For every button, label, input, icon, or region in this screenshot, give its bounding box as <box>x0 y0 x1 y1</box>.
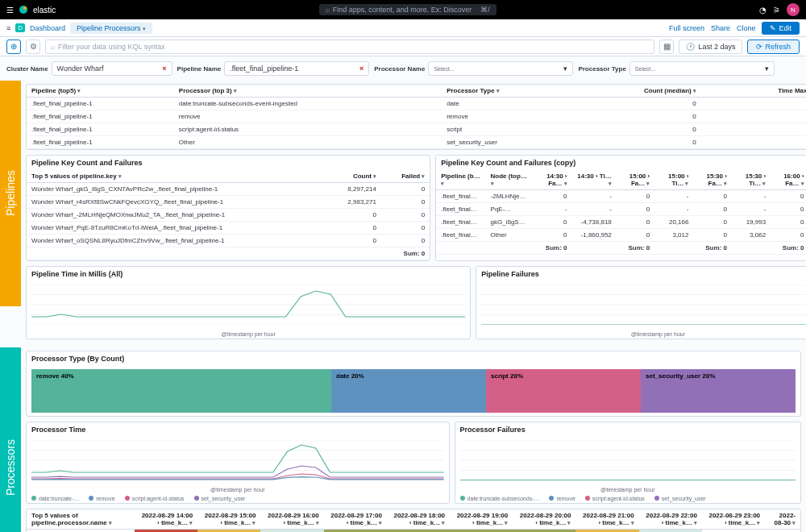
panel-processor-failures: Processor Failures @timestamp per hour d… <box>455 422 801 504</box>
search-icon: ⌕ <box>51 43 55 51</box>
cluster-name-label: Cluster Name <box>6 65 48 73</box>
clock-icon: 🕑 <box>686 43 695 51</box>
refresh-icon: ⟳ <box>756 43 762 51</box>
panel-top5: Pipeline (top5) Processor (top 3) Proces… <box>26 84 806 150</box>
newsfeed-icon[interactable]: ⚞ <box>773 6 780 15</box>
panel-title: Pipeline Key Count and Failures <box>27 156 430 170</box>
topbar: ☰ elastic ⌕ Find apps, content, and more… <box>0 0 806 19</box>
add-filter-icon[interactable]: ⊕ <box>6 39 21 54</box>
clear-icon[interactable]: × <box>162 64 166 73</box>
processor-type-label: Processor Type <box>578 65 625 73</box>
panel-pipeline-failures: Pipeline Failures @timestamp per hour <box>476 266 806 339</box>
panel-keycount-copy: Pipeline Key Count and Failures (copy) P… <box>435 155 806 261</box>
table-row[interactable]: .fleet_final_pipeline-1Otherset_security… <box>27 136 806 149</box>
keycount-table: Top 5 values of pipeline.key Count Faile… <box>27 170 430 260</box>
processors-tab: Processors <box>0 347 21 532</box>
col-pipeline[interactable]: Pipeline (top5) <box>27 85 174 98</box>
svg-point-0 <box>19 6 27 14</box>
legend: date:truncate-subseconds-… remove script… <box>455 494 800 503</box>
processor-name-label: Processor Name <box>374 65 425 73</box>
fullscreen-link[interactable]: Full screen <box>669 24 704 32</box>
panel-pipeline-time: Pipeline Time in Millis (All) @timestamp… <box>26 266 471 339</box>
panel-keycount: Pipeline Key Count and Failures Top 5 va… <box>26 155 430 261</box>
treemap-cell-script[interactable]: script 20% <box>486 369 641 413</box>
table-row[interactable]: Wonder Wharf_PqE-8TzuR8CmKoTd-IWeiA_.fle… <box>27 222 430 235</box>
search-icon: ⌕ <box>326 6 330 14</box>
table-row[interactable]: .fleet_final_pipeline-1script:agent-id-s… <box>27 123 806 136</box>
cluster-name-select[interactable]: Wonder Wharf× <box>52 61 172 76</box>
elastic-logo-icon <box>19 5 28 15</box>
table-row[interactable]: Wonder Wharf_gkG_i8gS_CXNTAvPRc2w_.fleet… <box>27 183 430 196</box>
col-count[interactable]: Count (median) <box>572 85 701 98</box>
breadcrumb-dashboard[interactable]: Dashboard <box>30 24 65 32</box>
table-row[interactable]: .fleet_final…gkG_i8gS…0-4,738,818020,166… <box>436 216 806 229</box>
table-row[interactable]: .fleet_final…PqE-…--0-0-0-0-0- <box>436 203 806 216</box>
filter-options-icon[interactable]: ⚙ <box>26 39 40 54</box>
table-row[interactable]: .fleet_final_pipeline-1removeremove09,62… <box>27 110 806 123</box>
treemap-cell-remove[interactable]: remove 40% <box>31 369 331 413</box>
table-row[interactable]: .fleet_final…Other0-1,860,95203,01203,06… <box>436 229 806 242</box>
breadcrumb-bar: ≡ D Dashboard Pipeline Processors ▾ Full… <box>0 19 806 37</box>
table-row[interactable]: .fleet_final_pipeline-1date:truncate-sub… <box>27 98 806 110</box>
col-ptype[interactable]: Processor Type <box>442 85 572 98</box>
pipelines-tab: Pipelines <box>0 81 21 306</box>
global-search[interactable]: ⌕ Find apps, content, and more. Ex: Disc… <box>319 4 496 15</box>
search-shortcut-icon: ⌘/ <box>480 6 490 14</box>
table-row[interactable]: Wonder Wharf_oSQSNL8RyuJDfmCZhv9Vw_.flee… <box>27 235 430 247</box>
help-icon[interactable]: ◔ <box>759 6 767 15</box>
panel-heat: Top 5 values of pipeline.processor.name2… <box>26 509 801 532</box>
legend: date:truncate-… remove script:agent-id-s… <box>27 494 449 503</box>
refresh-button[interactable]: ⟳ Refresh <box>747 39 800 54</box>
panel-processor-type-count: Processor Type (By Count) remove 40% dat… <box>26 351 801 417</box>
kql-input[interactable]: ⌕ Filter your data using KQL syntax <box>45 39 654 54</box>
table-row[interactable]: .fleet_final…-2MLHNje…0-0-0-0-0-0- <box>436 190 806 203</box>
breadcrumb-current[interactable]: Pipeline Processors ▾ <box>70 23 152 34</box>
clone-link[interactable]: Clone <box>737 24 756 32</box>
treemap-cell-date[interactable]: date 20% <box>331 369 486 413</box>
treemap-cell-security[interactable]: set_security_user 20% <box>641 369 796 413</box>
panel-title: Pipeline Key Count and Failures (copy) <box>436 156 806 170</box>
col-processor[interactable]: Processor (top 3) <box>174 85 442 98</box>
processor-name-select[interactable]: Select...▾ <box>428 61 573 76</box>
top5-table: Pipeline (top5) Processor (top 3) Proces… <box>27 85 806 149</box>
keycount-copy-table: Pipeline (b…Node (top…14:30 › Fa…14:30 ›… <box>436 170 806 255</box>
pencil-icon: ✎ <box>770 24 776 32</box>
clear-icon[interactable]: × <box>359 64 364 73</box>
menu-icon[interactable]: ☰ <box>6 6 14 15</box>
pipeline-name-label: Pipeline Name <box>177 65 222 73</box>
time-picker[interactable]: 🕑 Last 2 days <box>679 39 742 54</box>
panel-processor-time: Processor Time @timestamp per hour date:… <box>26 422 450 504</box>
treemap: remove 40% date 20% script 20% set_secur… <box>31 369 796 413</box>
controls-row: Cluster Name Wonder Wharf× Pipeline Name… <box>0 56 806 81</box>
table-row[interactable]: Wonder Wharf_r4sRXf8SwCNkFQevcXGYQ_.flee… <box>27 196 430 209</box>
search-placeholder: Find apps, content, and more. Ex: Discov… <box>333 6 472 14</box>
brand-text: elastic <box>33 6 56 15</box>
pipeline-name-select[interactable]: .fleet_final_pipeline-1× <box>224 61 369 76</box>
heat-table: Top 5 values of pipeline.processor.name2… <box>27 509 800 532</box>
calendar-icon[interactable]: ▦ <box>659 39 674 54</box>
share-link[interactable]: Share <box>711 24 730 32</box>
table-row[interactable]: Wonder Wharf_-2MLHNjeQMOXnwJMu2_TA_.flee… <box>27 209 430 222</box>
user-avatar[interactable]: N <box>787 3 800 16</box>
svg-point-1 <box>23 6 27 10</box>
processor-type-select[interactable]: Select...▾ <box>629 61 775 76</box>
filter-bar: ⊕ ⚙ ⌕ Filter your data using KQL syntax … <box>0 37 806 56</box>
col-time[interactable]: Time Max (millis) <box>701 85 806 98</box>
edit-button[interactable]: ✎Edit <box>762 22 800 35</box>
app-icon: D <box>15 23 25 32</box>
nav-toggle-icon[interactable]: ≡ <box>6 24 10 32</box>
table-row[interactable]: date:truncate-subseconds-event-ingested2… <box>27 530 800 533</box>
